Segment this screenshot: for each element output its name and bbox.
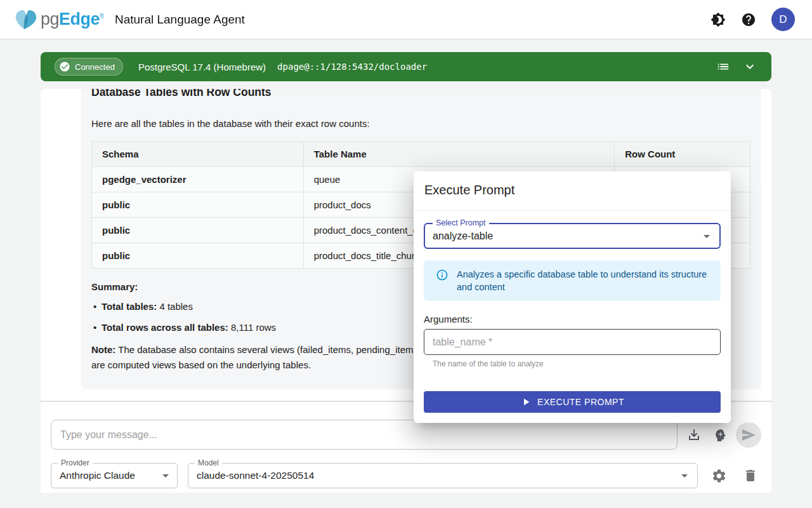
brand-registered-mark: ® — [100, 13, 104, 20]
table-header-row: Schema Table Name Row Count — [92, 142, 750, 167]
bullet-bold: Total tables: — [102, 301, 157, 312]
model-value: claude-sonnet-4-20250514 — [188, 464, 697, 488]
dialog-title: Execute Prompt — [424, 183, 514, 197]
message-input[interactable] — [51, 420, 678, 450]
trash-icon[interactable] — [743, 468, 758, 486]
schema-cell: public — [92, 192, 304, 218]
arguments-label: Arguments: — [424, 314, 473, 324]
prompt-info-alert: Analyzes a specific database table to un… — [424, 260, 721, 301]
connection-banner: Connected PostgreSQL 17.4 (Homebrew) dpa… — [41, 52, 771, 81]
select-prompt-dropdown[interactable]: Select Prompt analyze-table — [424, 223, 721, 249]
bullet-text: 4 tables — [157, 301, 193, 312]
select-prompt-value: analyze-table — [425, 224, 719, 248]
bullet-text: 8,111 rows — [228, 322, 276, 333]
execute-prompt-dialog: Execute Prompt Select Prompt analyze-tab… — [414, 171, 731, 423]
help-icon[interactable] — [741, 12, 756, 27]
column-header-schema: Schema — [92, 142, 304, 167]
select-prompt-label: Select Prompt — [433, 218, 489, 227]
chevron-down-icon[interactable] — [742, 59, 757, 74]
message-intro: Here are all the tables in the database … — [91, 117, 751, 130]
execute-prompt-button-label: EXECUTE PROMPT — [537, 397, 624, 407]
psychology-icon[interactable] — [712, 427, 728, 446]
send-icon — [741, 427, 756, 443]
pgedge-logo: pgEdge® — [13, 6, 104, 33]
info-icon — [436, 269, 449, 301]
pgedge-heart-icon — [13, 6, 39, 33]
bullet-bold: Total rows across all tables: — [102, 322, 228, 333]
settings-gear-icon[interactable] — [711, 468, 727, 486]
app-header: pgEdge® Natural Language Agent D — [0, 0, 812, 39]
prompt-info-text: Analyzes a specific database table to un… — [457, 268, 710, 301]
dropdown-arrow-icon — [158, 468, 173, 486]
dropdown-arrow-icon — [677, 468, 692, 486]
page-title: Natural Language Agent — [115, 13, 245, 27]
note-line2: are computed views based on the underlyi… — [91, 359, 311, 370]
dark-mode-icon[interactable] — [710, 12, 726, 27]
model-label: Model — [195, 458, 222, 467]
connection-string: dpage@::1/128:5432/docloader — [277, 62, 427, 72]
message-heading: Database Tables with Row Counts — [91, 89, 751, 100]
column-header-row-count: Row Count — [615, 142, 750, 167]
table-name-input[interactable] — [424, 329, 721, 355]
execute-prompt-button[interactable]: EXECUTE PROMPT — [424, 391, 721, 413]
send-button[interactable] — [736, 422, 761, 448]
input-helper-text: The name of the table to analyze — [433, 359, 544, 368]
user-avatar[interactable]: D — [771, 8, 795, 31]
note-bold: Note: — [91, 344, 115, 355]
download-icon[interactable] — [686, 427, 702, 445]
dropdown-arrow-icon — [699, 229, 714, 246]
server-version-label: PostgreSQL 17.4 (Homebrew) — [138, 62, 266, 72]
schema-cell: public — [92, 243, 304, 269]
brand-edge: Edge — [59, 10, 100, 29]
connection-status-badge: Connected — [55, 58, 123, 76]
provider-label: Provider — [58, 458, 93, 467]
connection-status-label: Connected — [75, 62, 115, 72]
model-select[interactable]: Model claude-sonnet-4-20250514 — [188, 463, 698, 488]
brand-pg: pg — [41, 10, 59, 29]
check-circle-icon — [59, 61, 70, 72]
column-header-table-name: Table Name — [303, 142, 615, 167]
brand-wordmark: pgEdge® — [41, 10, 104, 29]
queue-list-icon[interactable] — [716, 59, 731, 74]
provider-select[interactable]: Provider Anthropic Claude — [51, 463, 178, 488]
schema-cell: public — [92, 218, 304, 243]
schema-cell: pgedge_vectorizer — [92, 167, 304, 192]
dialog-divider — [414, 210, 731, 211]
play-icon — [520, 396, 532, 408]
